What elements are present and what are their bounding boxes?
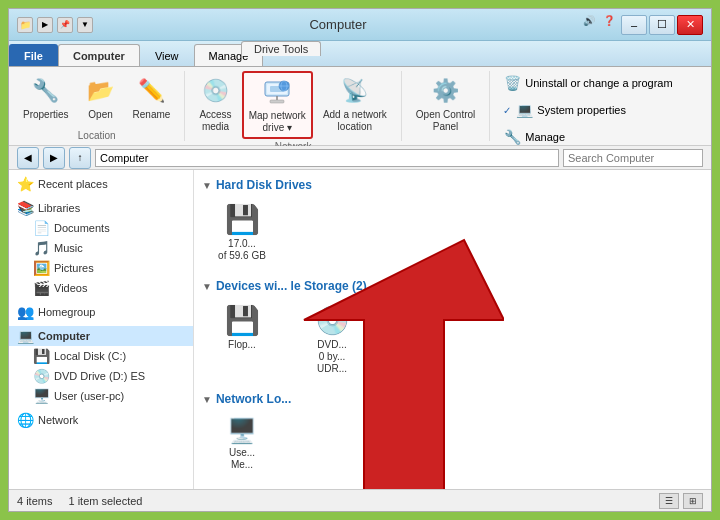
network-group-items: 💿 Accessmedia	[193, 71, 392, 139]
sidebar-section-libraries: 📚 Libraries 📄 Documents 🎵 Music 🖼️ Pictu…	[9, 198, 193, 298]
tab-view[interactable]: View	[140, 44, 194, 66]
star-icon: ⭐	[17, 176, 34, 192]
videos-label: Videos	[54, 282, 87, 294]
section-arrow-removable: ▼	[202, 281, 212, 292]
help-icon: ❓	[603, 15, 615, 35]
user-network-item[interactable]: 🖥️ Use...Me...	[202, 412, 282, 476]
rename-button[interactable]: ✏️ Rename	[127, 71, 177, 125]
tab-computer[interactable]: Computer	[58, 44, 140, 66]
libraries-label: Libraries	[38, 202, 80, 214]
add-network-location-button[interactable]: 📡 Add a networklocation	[317, 71, 393, 137]
nav-up-btn[interactable]: ↑	[69, 147, 91, 169]
nav-back-btn[interactable]: ◀	[17, 147, 39, 169]
sidebar-item-computer[interactable]: 💻 Computer	[9, 326, 193, 346]
sidebar-item-libraries[interactable]: 📚 Libraries	[9, 198, 193, 218]
map-network-drive-button[interactable]: Map networkdrive ▾	[242, 71, 313, 139]
rename-label: Rename	[133, 109, 171, 121]
properties-button[interactable]: 🔧 Properties	[17, 71, 75, 125]
open-button[interactable]: 📂 Open	[79, 71, 123, 125]
sidebar-item-pictures[interactable]: 🖼️ Pictures	[9, 258, 193, 278]
computer-label: Computer	[38, 330, 90, 342]
details-view-button[interactable]: ☰	[659, 493, 679, 509]
local-disk-content-icon: 💾	[225, 203, 260, 236]
large-icons-view-button[interactable]: ⊞	[683, 493, 703, 509]
open-label: Open	[88, 109, 112, 121]
dvd-drive-icon: 💿	[33, 368, 50, 384]
removable-storage-section: ▼ Devices wi... le Storage (2) 💾 Flop...…	[202, 279, 703, 380]
dvd-drive-label: DVD Drive (D:) ES	[54, 370, 145, 382]
window-title: Computer	[93, 17, 583, 32]
status-bar: 4 items 1 item selected ☰ ⊞	[9, 489, 711, 511]
network-locations-header: ▼ Network Lo...	[202, 392, 703, 406]
music-label: Music	[54, 242, 83, 254]
add-network-location-label: Add a networklocation	[323, 109, 387, 133]
system-properties-button[interactable]: ✓ 💻 System properties	[498, 98, 677, 122]
system-properties-icon: 💻	[515, 101, 533, 119]
music-icon: 🎵	[33, 240, 50, 256]
dvd-icon: 💿	[315, 304, 350, 337]
pin-icon: 📌	[57, 17, 73, 33]
computer-icon: 💻	[17, 328, 34, 344]
properties-label: Properties	[23, 109, 69, 121]
sidebar-item-dvd-drive[interactable]: 💿 DVD Drive (D:) ES	[9, 366, 193, 386]
control-panel-icon: ⚙️	[430, 75, 462, 107]
access-media-icon: 💿	[200, 75, 232, 107]
main-area: ⭐ Recent places 📚 Libraries 📄 Documents …	[9, 170, 711, 489]
removable-storage-header: ▼ Devices wi... le Storage (2)	[202, 279, 703, 293]
ribbon-group-control-panel: ⚙️ Open ControlPanel	[410, 71, 490, 141]
removable-storage-label: Devices wi... le Storage (2)	[216, 279, 367, 293]
network-icon: 🌐	[17, 412, 34, 428]
access-media-button[interactable]: 💿 Accessmedia	[193, 71, 237, 137]
floppy-icon: 💾	[225, 304, 260, 337]
sidebar-item-music[interactable]: 🎵 Music	[9, 238, 193, 258]
speaker-icon: 🔊	[583, 15, 595, 35]
open-control-panel-button[interactable]: ⚙️ Open ControlPanel	[410, 71, 481, 137]
sidebar-item-documents[interactable]: 📄 Documents	[9, 218, 193, 238]
ribbon-group-network: 💿 Accessmedia	[193, 71, 401, 141]
map-network-drive-icon	[261, 76, 293, 108]
open-icon: 📂	[85, 75, 117, 107]
videos-icon: 🎬	[33, 280, 50, 296]
maximize-button[interactable]: ☐	[649, 15, 675, 35]
rename-icon: ✏️	[135, 75, 167, 107]
ribbon: Drive Tools File Computer View Manage 🔧 …	[9, 41, 711, 146]
pictures-icon: 🖼️	[33, 260, 50, 276]
dvd-item[interactable]: 💿 DVD...0 by...UDR...	[292, 299, 372, 380]
uninstall-button[interactable]: 🗑️ Uninstall or change a program	[498, 71, 677, 95]
sidebar-item-videos[interactable]: 🎬 Videos	[9, 278, 193, 298]
network-label: Network	[38, 414, 78, 426]
sidebar: ⭐ Recent places 📚 Libraries 📄 Documents …	[9, 170, 194, 489]
nav-forward-btn[interactable]: ▶	[43, 147, 65, 169]
section-arrow-network: ▼	[202, 394, 212, 405]
address-bar: ◀ ▶ ↑	[9, 146, 711, 170]
view-controls: ☰ ⊞	[659, 493, 703, 509]
title-controls: 🔊 ❓ – ☐ ✕	[583, 15, 703, 35]
extra-icon: ▼	[77, 17, 93, 33]
content-area: ▼ Hard Disk Drives 💾 17.0...of 59.6 GB ▼…	[194, 170, 711, 489]
floppy-label: Flop...	[228, 339, 256, 351]
close-button[interactable]: ✕	[677, 15, 703, 35]
sidebar-section-network: 🌐 Network	[9, 410, 193, 430]
search-input[interactable]	[563, 149, 703, 167]
section-arrow-hdd: ▼	[202, 180, 212, 191]
sidebar-item-local-disk[interactable]: 💾 Local Disk (C:)	[9, 346, 193, 366]
title-bar: 📁 ▶ 📌 ▼ Computer 🔊 ❓ – ☐ ✕	[9, 9, 711, 41]
sidebar-item-recent-places[interactable]: ⭐ Recent places	[9, 174, 193, 194]
open-control-panel-label: Open ControlPanel	[416, 109, 475, 133]
hard-disk-section: ▼ Hard Disk Drives 💾 17.0...of 59.6 GB	[202, 178, 703, 267]
local-disk-item[interactable]: 💾 17.0...of 59.6 GB	[202, 198, 282, 267]
sidebar-section-homegroup: 👥 Homegroup	[9, 302, 193, 322]
sidebar-item-homegroup[interactable]: 👥 Homegroup	[9, 302, 193, 322]
minimize-button[interactable]: –	[621, 15, 647, 35]
local-disk-label: Local Disk (C:)	[54, 350, 126, 362]
tab-file[interactable]: File	[9, 44, 58, 66]
sidebar-item-network[interactable]: 🌐 Network	[9, 410, 193, 430]
user-pc-icon: 🖥️	[33, 388, 50, 404]
sidebar-item-user-pc[interactable]: 🖥️ User (user-pc)	[9, 386, 193, 406]
back-icon: ▶	[37, 17, 53, 33]
floppy-item[interactable]: 💾 Flop...	[202, 299, 282, 380]
map-network-drive-label: Map networkdrive ▾	[249, 110, 306, 134]
items-count: 4 items	[17, 495, 52, 507]
address-input[interactable]	[95, 149, 559, 167]
location-group-items: 🔧 Properties 📂 Open ✏️ Rename	[17, 71, 176, 128]
